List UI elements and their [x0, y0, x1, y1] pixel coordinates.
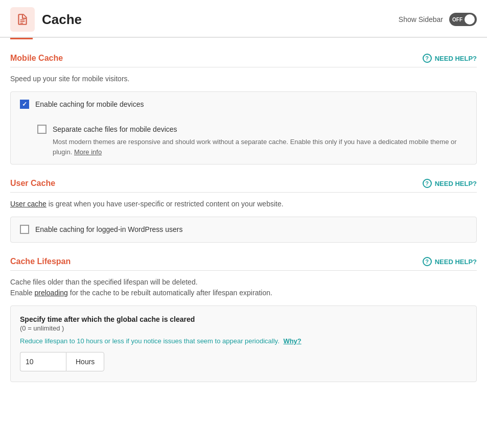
- document-icon: [16, 13, 29, 26]
- lifespan-input-row: Hours: [20, 352, 467, 371]
- page-header: Cache Show Sidebar OFF: [0, 0, 487, 38]
- user-cache-title: User Cache: [10, 179, 55, 188]
- user-cache-desc-post: is great when you have user-specific or …: [47, 200, 284, 208]
- lifespan-input[interactable]: [20, 352, 66, 371]
- lifespan-note: Reduce lifespan to 10 hours or less if y…: [20, 337, 467, 345]
- user-cache-need-help[interactable]: ? NEED HELP?: [423, 179, 477, 188]
- cache-lifespan-section: Cache Lifespan ? NEED HELP? Cache files …: [10, 257, 477, 382]
- cache-lifespan-desc1: Cache files older than the specified lif…: [10, 278, 198, 286]
- enable-mobile-label: Enable caching for mobile devices: [35, 99, 144, 110]
- enable-mobile-row: Enable caching for mobile devices: [11, 92, 476, 117]
- enable-user-cache-row: Enable caching for logged-in WordPress u…: [11, 217, 476, 242]
- mobile-cache-title: Mobile Cache: [10, 54, 63, 63]
- enable-user-cache-checkbox[interactable]: [20, 225, 29, 234]
- header-underline: [10, 38, 33, 39]
- enable-user-cache-label: Enable caching for logged-in WordPress u…: [35, 224, 182, 235]
- lifespan-unit: Hours: [66, 352, 104, 371]
- sidebar-toggle[interactable]: OFF: [449, 13, 477, 26]
- mobile-cache-header: Mobile Cache ? NEED HELP?: [10, 54, 477, 67]
- separate-cache-checkbox[interactable]: [37, 125, 47, 134]
- mobile-cache-need-help[interactable]: ? NEED HELP?: [423, 54, 477, 63]
- user-cache-header: User Cache ? NEED HELP?: [10, 179, 477, 193]
- mobile-cache-card: Enable caching for mobile devices Separa…: [10, 91, 477, 164]
- cache-lifespan-desc: Cache files older than the specified lif…: [10, 277, 477, 298]
- mobile-cache-desc: Speed up your site for mobile visitors.: [10, 74, 477, 84]
- separate-cache-row: Separate cache files for mobile devices …: [11, 117, 476, 164]
- enable-mobile-checkbox[interactable]: [20, 100, 29, 109]
- user-cache-link[interactable]: User cache: [10, 200, 47, 208]
- mobile-cache-section: Mobile Cache ? NEED HELP? Speed up your …: [10, 54, 477, 164]
- header-left: Cache: [10, 7, 82, 32]
- toggle-label: OFF: [452, 17, 462, 22]
- cache-lifespan-desc2-post: for the cache to be rebuilt automaticall…: [68, 289, 272, 297]
- cache-lifespan-desc2-pre: Enable: [10, 289, 34, 297]
- cache-icon: [10, 7, 35, 32]
- preloading-link[interactable]: preloading: [34, 289, 67, 297]
- separate-cache-sublabel: Most modern themes are responsive and sh…: [53, 137, 467, 157]
- why-link[interactable]: Why?: [283, 337, 301, 345]
- lifespan-card-sub: (0 = unlimited ): [20, 324, 467, 332]
- separate-cache-label: Separate cache files for mobile devices: [53, 124, 467, 135]
- lifespan-card-title: Specify time after which the global cach…: [20, 315, 467, 323]
- show-sidebar-label: Show Sidebar: [399, 15, 443, 23]
- lifespan-card: Specify time after which the global cach…: [10, 305, 477, 382]
- cache-lifespan-need-help-icon: ?: [423, 257, 432, 266]
- cache-lifespan-title: Cache Lifespan: [10, 257, 71, 266]
- main-content: Mobile Cache ? NEED HELP? Speed up your …: [0, 54, 487, 397]
- cache-lifespan-need-help[interactable]: ? NEED HELP?: [423, 257, 477, 266]
- user-cache-need-help-label: NEED HELP?: [435, 180, 477, 187]
- header-right: Show Sidebar OFF: [399, 13, 477, 26]
- more-info-link[interactable]: More info: [74, 148, 102, 156]
- separate-cache-desc-text: Most modern themes are responsive and sh…: [53, 138, 457, 156]
- cache-lifespan-need-help-label: NEED HELP?: [435, 258, 477, 266]
- page-title: Cache: [42, 12, 82, 28]
- user-cache-desc: User cache is great when you have user-s…: [10, 199, 477, 209]
- user-cache-card: Enable caching for logged-in WordPress u…: [10, 217, 477, 243]
- user-cache-need-help-icon: ?: [423, 179, 432, 188]
- lifespan-note-text: Reduce lifespan to 10 hours or less if y…: [20, 337, 280, 345]
- user-cache-section: User Cache ? NEED HELP? User cache is gr…: [10, 179, 477, 243]
- need-help-icon: ?: [423, 54, 432, 63]
- toggle-knob: [465, 14, 475, 25]
- mobile-cache-need-help-label: NEED HELP?: [435, 55, 477, 62]
- separate-cache-content: Separate cache files for mobile devices …: [53, 124, 467, 157]
- cache-lifespan-header: Cache Lifespan ? NEED HELP?: [10, 257, 477, 271]
